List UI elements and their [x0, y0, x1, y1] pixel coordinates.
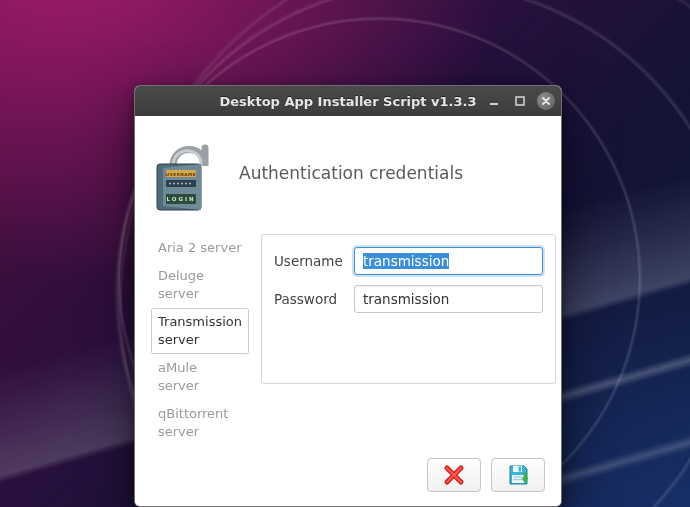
svg-rect-1	[516, 97, 524, 105]
header-row: USERNAME LOGIN Authentication credential…	[151, 130, 545, 216]
server-item-deluge[interactable]: Deluge server	[151, 262, 249, 308]
floppy-save-icon	[506, 463, 530, 487]
close-icon	[541, 96, 551, 106]
svg-point-12	[185, 182, 187, 184]
lock-icon: USERNAME LOGIN	[151, 130, 219, 216]
username-input[interactable]	[354, 247, 543, 275]
save-button[interactable]	[491, 458, 545, 492]
cancel-x-icon	[442, 463, 466, 487]
server-item-transmission[interactable]: Transmission server	[151, 308, 249, 354]
maximize-icon	[514, 95, 526, 107]
server-item-amule[interactable]: aMule server	[151, 354, 249, 400]
svg-text:LOGIN: LOGIN	[166, 196, 195, 202]
server-item-qbittorrent[interactable]: qBittorrent server	[151, 400, 249, 446]
minimize-icon	[488, 95, 500, 107]
window-controls	[485, 86, 555, 116]
credentials-form: Username Password	[261, 234, 556, 384]
svg-point-9	[173, 182, 175, 184]
username-label: Username	[274, 253, 344, 269]
window-title: Desktop App Installer Script v1.3.3	[219, 94, 476, 109]
maximize-button[interactable]	[511, 92, 529, 110]
dialog-buttons	[151, 458, 545, 492]
password-label: Password	[274, 291, 344, 307]
titlebar[interactable]: Desktop App Installer Script v1.3.3	[135, 86, 561, 116]
svg-rect-0	[490, 103, 498, 105]
svg-rect-17	[519, 467, 522, 472]
minimize-button[interactable]	[485, 92, 503, 110]
svg-point-11	[181, 182, 183, 184]
svg-rect-19	[514, 477, 523, 478]
password-input[interactable]	[354, 285, 543, 313]
server-list: Aria 2 server Deluge server Transmission…	[151, 234, 249, 446]
svg-point-10	[177, 182, 179, 184]
svg-text:USERNAME: USERNAME	[166, 172, 196, 177]
close-button[interactable]	[537, 92, 555, 110]
installer-dialog: Desktop App Installer Script v1.3.3	[134, 85, 562, 507]
cancel-button[interactable]	[427, 458, 481, 492]
svg-point-8	[169, 182, 171, 184]
page-title: Authentication credentials	[239, 163, 463, 183]
dialog-content: USERNAME LOGIN Authentication credential…	[135, 116, 561, 506]
svg-point-13	[189, 182, 191, 184]
server-item-aria2[interactable]: Aria 2 server	[151, 234, 249, 262]
svg-rect-20	[514, 479, 523, 480]
